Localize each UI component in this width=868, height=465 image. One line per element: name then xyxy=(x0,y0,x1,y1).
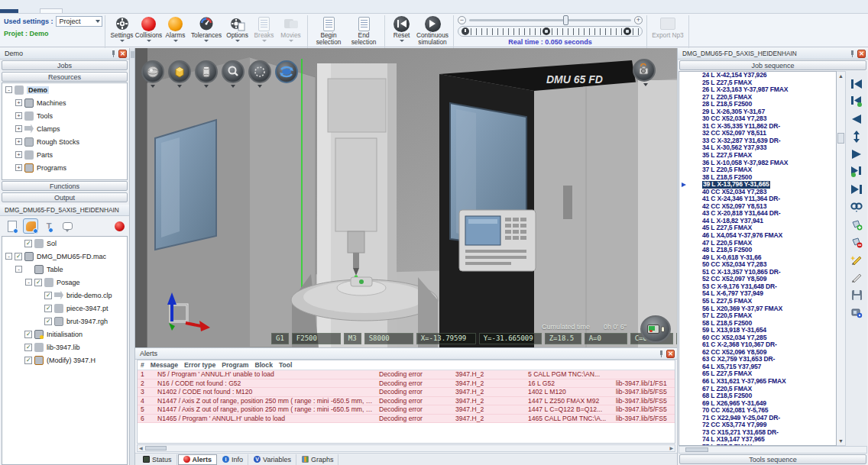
machine-settings-icon[interactable] xyxy=(849,305,864,319)
pin-icon[interactable] xyxy=(850,50,855,57)
alerts-column-header[interactable]: # xyxy=(138,361,147,369)
job-sequence-header[interactable]: Job sequence xyxy=(679,60,866,70)
gcode-vscrollbar[interactable]: ▲▼ xyxy=(837,71,846,446)
machine-panel-toggle-button[interactable] xyxy=(640,315,671,343)
tree-item[interactable]: - Table xyxy=(2,263,127,276)
view-cube-button[interactable] xyxy=(168,60,191,83)
checkbox[interactable] xyxy=(44,292,52,299)
go-last-icon[interactable] xyxy=(849,182,864,196)
edit-highlight-icon[interactable] xyxy=(849,253,864,266)
tree-item[interactable]: (Modify) 3947.H xyxy=(2,354,127,367)
tolerances-button[interactable]: Tolerances xyxy=(189,15,223,42)
record-button[interactable] xyxy=(115,221,125,231)
ribbon-tab[interactable] xyxy=(0,9,18,13)
alert-row[interactable]: 6 N1465 / Program ' ANNUL.H' unable to l… xyxy=(138,415,675,424)
end-selection-button[interactable]: End selection xyxy=(347,15,381,45)
expander-icon[interactable]: + xyxy=(15,125,22,132)
checkbox[interactable] xyxy=(34,279,42,286)
tree-item[interactable]: + Clamps xyxy=(2,122,127,135)
tree-item[interactable]: Initialisation xyxy=(2,328,127,341)
alert-row[interactable]: 1 N5 / Program ' ANNUL.H' unable to load… xyxy=(138,370,675,379)
continuous-simulation-button[interactable]: Continuous simulation xyxy=(416,15,449,45)
alerts-column-header[interactable]: Block xyxy=(252,361,276,369)
part-display-button[interactable] xyxy=(23,218,38,234)
play-to-block-icon[interactable] xyxy=(849,165,864,179)
expander-icon[interactable]: + xyxy=(15,164,22,171)
gcode-hscrollbar[interactable] xyxy=(679,446,867,454)
alerts-column-header[interactable]: Error type xyxy=(181,361,219,369)
search-block-icon[interactable] xyxy=(849,200,864,214)
edit-pencil-icon[interactable] xyxy=(849,270,864,284)
view-cylinder-button[interactable] xyxy=(195,60,218,83)
restart-selection-icon[interactable] xyxy=(849,95,864,108)
tree-item[interactable]: piece-3947.pt xyxy=(2,302,127,315)
play-forward-icon[interactable] xyxy=(849,147,864,161)
speed-minus-button[interactable]: − xyxy=(458,16,466,24)
checkbox[interactable] xyxy=(15,253,22,260)
alert-row[interactable]: 4 N1447 / Axis Z out of range, position … xyxy=(138,397,675,406)
tree-item[interactable]: - DMG_DMU65-FD.mac xyxy=(2,250,127,263)
expander-icon[interactable]: + xyxy=(15,112,22,119)
alerts-column-header[interactable]: Program xyxy=(219,361,251,369)
resources-section-header[interactable]: Resources xyxy=(2,72,128,82)
checkbox[interactable] xyxy=(44,318,52,325)
checkbox[interactable] xyxy=(24,357,32,364)
save-icon[interactable] xyxy=(849,288,864,302)
rotate-view-button[interactable] xyxy=(275,60,298,83)
close-icon[interactable]: ✕ xyxy=(118,50,127,58)
bottom-tab[interactable]: V Variables xyxy=(249,454,296,465)
ribbon-tab[interactable] xyxy=(63,9,84,13)
remove-breakpoint-icon[interactable] xyxy=(849,235,864,249)
bottom-tab[interactable]: Alerts xyxy=(178,454,218,465)
collisions-button[interactable]: Collisions xyxy=(136,15,161,42)
alerts-column-header[interactable]: Tool xyxy=(276,361,296,369)
viewport-3d[interactable]: DMU 65 FD xyxy=(135,48,677,347)
expander-icon[interactable]: + xyxy=(15,99,22,106)
new-document-button[interactable] xyxy=(5,218,20,234)
checkbox[interactable] xyxy=(24,240,32,247)
zoom-button[interactable] xyxy=(222,60,245,83)
ribbon-tab[interactable] xyxy=(40,8,63,13)
tree-item[interactable]: + Tools xyxy=(2,109,127,122)
speed-tickbar[interactable] xyxy=(458,26,643,37)
expander-icon[interactable]: - xyxy=(15,266,22,273)
close-icon[interactable]: ✕ xyxy=(857,50,866,58)
ribbon-tab[interactable] xyxy=(84,9,105,13)
tree-item[interactable]: lib-3947.lib xyxy=(2,341,127,354)
tree-item[interactable]: + Programs xyxy=(2,161,127,174)
expander-icon[interactable]: + xyxy=(15,151,22,158)
begin-selection-button[interactable]: Begin selection xyxy=(312,15,345,45)
tree-item[interactable]: - Demo xyxy=(2,83,127,96)
comment-button[interactable] xyxy=(60,218,75,234)
options-button[interactable]: Options xyxy=(225,15,250,42)
tree-item[interactable]: + Machines xyxy=(2,96,127,109)
bottom-tab[interactable]: i Info xyxy=(218,454,248,465)
expander-icon[interactable]: - xyxy=(5,86,12,93)
alert-row[interactable]: 2 N16 / CODE not found : G52 Decoding er… xyxy=(138,379,675,389)
tree-item[interactable]: brut-3947.rgh xyxy=(2,315,127,328)
ribbon-tab[interactable] xyxy=(18,9,40,13)
reset-button[interactable]: Reset xyxy=(389,15,414,45)
speed-slider[interactable] xyxy=(469,19,631,21)
add-breakpoint-icon[interactable] xyxy=(849,218,864,231)
functions-section-header[interactable]: Functions xyxy=(2,181,128,191)
alerts-hscrollbar[interactable]: ◀▶ xyxy=(137,444,675,452)
close-icon[interactable]: ✕ xyxy=(666,350,675,358)
tree-item[interactable]: - Posage xyxy=(2,276,127,289)
tree-item[interactable]: + Parts xyxy=(2,148,127,161)
view-orientation-button[interactable] xyxy=(141,60,164,83)
pin-icon[interactable] xyxy=(659,350,664,357)
step-range-icon[interactable] xyxy=(849,130,864,144)
jobs-section-header[interactable]: Jobs xyxy=(2,60,128,70)
alarms-button[interactable]: Alarms xyxy=(163,15,188,42)
tool-display-button[interactable]: T xyxy=(41,218,57,234)
tree-item[interactable]: bride-demo.clp xyxy=(2,289,127,302)
go-first-icon[interactable] xyxy=(849,77,864,91)
expander-icon[interactable]: - xyxy=(25,279,32,286)
settings-button[interactable]: Settings xyxy=(109,15,134,42)
used-settings-select[interactable]: Project xyxy=(56,16,102,27)
pin-icon[interactable] xyxy=(111,50,116,57)
panel-splitter[interactable] xyxy=(130,48,135,465)
tree-item[interactable]: Sol xyxy=(2,237,127,250)
alert-row[interactable]: 5 N1447 / Axis Z out of range, position … xyxy=(138,405,675,415)
